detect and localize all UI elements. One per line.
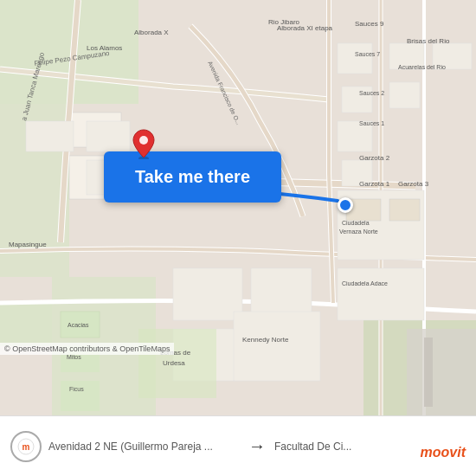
svg-rect-20 <box>251 268 312 316</box>
destination-dot <box>338 197 353 213</box>
svg-text:Garzota 1: Garzota 1 <box>359 180 390 188</box>
svg-rect-10 <box>26 121 74 151</box>
take-me-there-button[interactable]: Take me there <box>104 151 281 203</box>
svg-rect-29 <box>338 268 424 320</box>
svg-text:Vernaza Norte: Vernaza Norte <box>339 228 378 235</box>
origin-pin <box>132 128 156 165</box>
svg-rect-25 <box>234 312 320 381</box>
svg-rect-28 <box>389 199 420 221</box>
svg-text:Rio Jibaro: Rio Jibaro <box>268 18 300 26</box>
svg-text:Alborada X: Alborada X <box>134 29 169 36</box>
svg-rect-18 <box>173 268 242 320</box>
svg-text:m: m <box>23 442 30 452</box>
svg-text:Acuarelas del Rio: Acuarelas del Rio <box>398 64 446 70</box>
svg-rect-16 <box>389 82 420 108</box>
svg-text:Sauces 9: Sauces 9 <box>355 20 384 28</box>
svg-point-60 <box>139 136 148 145</box>
svg-text:Mapasingue: Mapasingue <box>9 241 47 248</box>
osm-attribution: © OpenStreetMap contributors & OpenTileM… <box>0 343 174 355</box>
svg-rect-7 <box>0 303 52 346</box>
route-arrow: → <box>248 436 266 456</box>
svg-text:Acacias: Acacias <box>68 322 89 328</box>
svg-rect-31 <box>424 338 433 407</box>
svg-text:Garzota 2: Garzota 2 <box>359 154 390 162</box>
svg-text:Kennedy Norte: Kennedy Norte <box>242 336 289 344</box>
svg-text:Brisas del Rio: Brisas del Rio <box>407 37 450 45</box>
svg-text:Mitos: Mitos <box>67 354 81 360</box>
bottom-bar: m Avenidad 2 NE (Guillermo Pareja ... → … <box>0 415 476 476</box>
map-container: Felipe Pezo Campuzano a Juan Tanca Maren… <box>0 0 476 415</box>
svg-rect-30 <box>407 329 476 415</box>
svg-text:Urdesa: Urdesa <box>163 359 185 367</box>
svg-rect-8 <box>87 121 130 151</box>
moovit-icon: m <box>10 431 42 462</box>
svg-rect-11 <box>338 43 372 74</box>
take-me-there-overlay: Take me there <box>104 151 281 203</box>
moovit-logo: moovit <box>421 445 466 460</box>
bottom-from: Avenidad 2 NE (Guillermo Pareja ... <box>48 441 240 453</box>
svg-text:Sauces 7: Sauces 7 <box>355 51 380 57</box>
svg-text:Ciudadela Adace: Ciudadela Adace <box>342 280 388 286</box>
svg-text:Sauces 1: Sauces 1 <box>359 120 384 126</box>
svg-text:Sauces 2: Sauces 2 <box>359 90 384 96</box>
svg-text:Ciudadela: Ciudadela <box>342 220 370 226</box>
svg-text:Garzota 3: Garzota 3 <box>398 180 429 188</box>
from-label: Avenidad 2 NE (Guillermo Pareja ... <box>48 441 240 453</box>
svg-text:Ficus: Ficus <box>69 386 84 392</box>
svg-text:Los Alamos: Los Alamos <box>87 44 122 52</box>
